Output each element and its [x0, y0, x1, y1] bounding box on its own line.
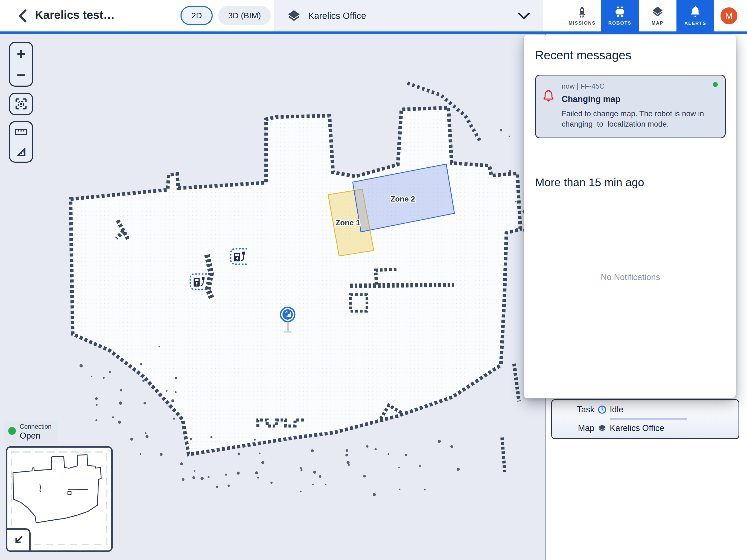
no-notifications-text: No Notifications — [535, 272, 726, 282]
measure-distance-button[interactable] — [10, 122, 32, 142]
center-control-group — [9, 93, 33, 115]
chevron-down-icon — [517, 12, 531, 20]
main-nav-tabs: MISSIONS ROBOTS MAP — [563, 0, 747, 31]
view-mode-toggle: 2D 3D (BIM) — [180, 6, 271, 25]
measure-control-group — [9, 121, 33, 163]
zoom-control-group: + − — [9, 42, 33, 87]
map-controls: + − — [9, 42, 33, 163]
map-selector-dropdown[interactable]: Karelics Office — [274, 0, 543, 31]
view-3d-bim-button[interactable]: 3D (BIM) — [218, 6, 271, 25]
connection-label: Connection — [20, 423, 51, 430]
plus-icon: + — [17, 46, 25, 61]
task-value: Idle — [610, 405, 732, 414]
connection-status-dot — [8, 427, 16, 435]
tab-map-label: MAP — [651, 21, 664, 26]
zoom-out-button[interactable]: − — [10, 64, 32, 85]
notification-title: Changing map — [562, 94, 717, 104]
page-title: Karelics test… — [35, 8, 115, 22]
layers-icon — [287, 9, 301, 23]
alert-bell-icon — [542, 88, 555, 103]
notifications-divider — [535, 155, 726, 155]
notifications-title: Recent messages — [535, 48, 726, 62]
rocket-icon — [576, 5, 588, 18]
zone-1-label: Zone 1 — [335, 219, 360, 227]
tab-alerts[interactable]: ALERTS — [676, 0, 714, 31]
notifications-popover: Recent messages now | FF-45C Changing ma… — [524, 35, 736, 399]
minimap-collapse-button[interactable] — [7, 528, 31, 551]
top-header: Karelics test… 2D 3D (BIM) Karelics Offi… — [0, 0, 747, 34]
connection-status-value: Open — [20, 431, 51, 441]
notifications-section-heading: More than 15 min ago — [535, 176, 726, 189]
map-selector-value: Karelics Office — [308, 11, 366, 21]
notification-body: Failed to change map. The robot is now i… — [562, 108, 717, 129]
zone-2-label: Zone 2 — [390, 195, 415, 203]
minus-icon: − — [17, 68, 25, 82]
set-square-icon — [16, 146, 27, 157]
view-2d-button[interactable]: 2D — [180, 6, 213, 25]
notification-meta: now | FF-45C — [562, 82, 717, 91]
zoom-in-button[interactable]: + — [10, 43, 32, 64]
tab-missions-label: MISSIONS — [568, 21, 595, 26]
ruler-icon — [15, 128, 27, 136]
back-button[interactable] — [14, 8, 31, 24]
focus-icon — [15, 98, 27, 110]
notification-item[interactable]: now | FF-45C Changing map Failed to chan… — [535, 75, 726, 138]
bell-icon — [689, 5, 702, 18]
measure-angle-button[interactable] — [10, 142, 32, 161]
layers-icon — [651, 5, 664, 18]
user-avatar[interactable]: M — [720, 7, 738, 24]
karelics-app: Zone 1 Zone 2 — [0, 0, 747, 560]
tab-robots[interactable]: ROBOTS — [601, 0, 639, 31]
robot-status-card[interactable]: Task Idle Map — [551, 399, 739, 439]
unread-indicator-dot — [713, 82, 718, 87]
tab-missions[interactable]: MISSIONS — [563, 0, 601, 31]
map-value: Karelics Office — [610, 423, 732, 433]
minimap[interactable] — [6, 446, 113, 552]
arrow-down-left-icon — [12, 534, 24, 546]
tab-robots-label: ROBOTS — [609, 21, 632, 26]
tab-map[interactable]: MAP — [639, 0, 676, 31]
map-label: Map — [552, 423, 594, 433]
connection-status-badge: Connection Open — [4, 421, 57, 444]
center-map-button[interactable] — [10, 94, 32, 114]
task-label: Task — [552, 405, 594, 414]
clock-icon — [597, 405, 607, 414]
task-progress-bar — [610, 418, 687, 420]
chevron-left-icon — [18, 9, 27, 23]
robot-icon — [613, 5, 626, 18]
tab-alerts-label: ALERTS — [685, 21, 706, 26]
layers-icon — [597, 424, 607, 433]
